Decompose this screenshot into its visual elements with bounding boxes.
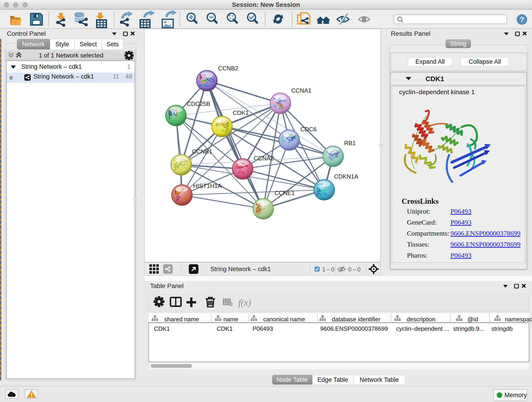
svg-text:f(x): f(x) bbox=[238, 298, 251, 308]
